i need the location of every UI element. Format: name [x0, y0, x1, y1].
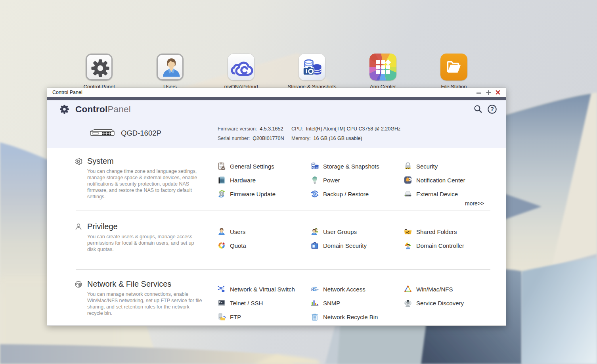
svg-text:?: ?	[490, 106, 494, 113]
